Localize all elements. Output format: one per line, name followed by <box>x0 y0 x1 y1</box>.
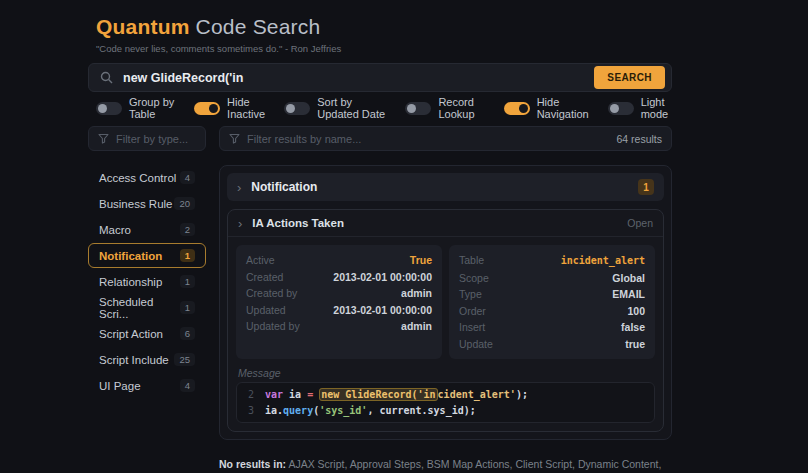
toggle[interactable]: Light mode <box>608 96 672 120</box>
toggles-row: Group by Table Hide Inactive Sort by Upd… <box>96 100 672 116</box>
funnel-icon <box>229 133 240 144</box>
toggle[interactable]: Sort by Updated Date <box>284 96 386 120</box>
detail-value: EMAIL <box>612 286 645 303</box>
sidebar-item[interactable]: Script Include 25 <box>88 347 206 372</box>
detail-value: 2013-02-01 00:00:00 <box>333 269 432 286</box>
record-title: IA Actions Taken <box>252 217 344 229</box>
detail-value: admin <box>401 285 432 302</box>
search-bar: SEARCH <box>88 63 672 92</box>
toggle-switch[interactable] <box>504 102 530 115</box>
detail-row: Scope Global <box>459 270 645 287</box>
toggle-label: Group by Table <box>129 96 175 120</box>
detail-value: True <box>410 252 432 269</box>
detail-row: Insert false <box>459 319 645 336</box>
group-accordion-notification[interactable]: › Notification 1 <box>227 173 664 201</box>
sidebar-item-count: 4 <box>180 379 195 392</box>
toggle-label: Hide Inactive <box>227 96 265 120</box>
code-segment: = <box>307 389 319 400</box>
detail-label: Updated <box>246 302 286 319</box>
sidebar-item-label: Business Rule <box>99 198 173 210</box>
code-segment: ); <box>516 389 528 400</box>
detail-row: Updated by admin <box>246 318 432 335</box>
toggle-label: Light mode <box>641 96 672 120</box>
toggle-label: Hide Navigation <box>537 96 589 120</box>
toggle-switch[interactable] <box>608 102 634 115</box>
group-label: Notification <box>251 180 317 194</box>
detail-row: Table incident_alert <box>459 252 645 270</box>
open-record-link[interactable]: Open <box>627 217 653 229</box>
sidebar-item-count: 2 <box>180 223 195 236</box>
detail-label: Created <box>246 269 283 286</box>
detail-value: true <box>625 336 645 353</box>
code-line: 2 var ia = new GlideRecord('incident_ale… <box>237 387 654 403</box>
detail-row: Created by admin <box>246 285 432 302</box>
sidebar-item[interactable]: UI Page 4 <box>88 373 206 398</box>
type-sidebar: Access Control 4 Business Rule 20 Macro … <box>88 165 206 398</box>
search-match-highlight: new GlideRecord('in <box>319 388 437 401</box>
search-input[interactable] <box>123 71 594 85</box>
toggle-switch[interactable] <box>284 102 310 115</box>
chevron-right-icon: › <box>238 217 242 230</box>
detail-value: incident_alert <box>561 253 645 270</box>
toggle[interactable]: Group by Table <box>96 96 175 120</box>
toggle-switch[interactable] <box>194 102 220 115</box>
app-header: Quantum Code Search "Code never lies, co… <box>88 14 672 54</box>
sidebar-item[interactable]: Scheduled Scri... 1 <box>88 295 206 320</box>
detail-row: Type EMAIL <box>459 286 645 303</box>
toggle[interactable]: Record Lookup <box>405 96 484 120</box>
detail-row: Updated 2013-02-01 00:00:00 <box>246 302 432 319</box>
code-segment: ia. <box>265 405 283 416</box>
search-button[interactable]: SEARCH <box>594 66 665 89</box>
message-field-label: Message <box>238 367 653 379</box>
sidebar-item-count: 6 <box>180 327 195 340</box>
filter-name-input[interactable] <box>247 133 609 145</box>
detail-row: Active True <box>246 252 432 269</box>
toggle-switch[interactable] <box>405 102 431 115</box>
detail-table-left: Active True Created 2013-02-01 00:00:00 … <box>236 245 442 359</box>
sidebar-item[interactable]: Relationship 1 <box>88 269 206 294</box>
detail-label: Order <box>459 303 486 320</box>
sidebar-item[interactable]: Macro 2 <box>88 217 206 242</box>
line-number: 2 <box>237 387 265 403</box>
detail-row: Update true <box>459 336 645 353</box>
sidebar-item-label: Script Action <box>99 328 163 340</box>
toggle-knob <box>286 104 295 113</box>
detail-label: Insert <box>459 319 485 336</box>
code-segment: query <box>283 405 313 416</box>
filter-by-name: 64 results <box>219 126 672 151</box>
filter-row: 64 results <box>88 126 672 151</box>
detail-value: 100 <box>627 303 645 320</box>
sidebar-item[interactable]: Script Action 6 <box>88 321 206 346</box>
detail-value: 2013-02-01 00:00:00 <box>333 302 432 319</box>
sidebar-item-label: Scheduled Scri... <box>99 296 180 320</box>
detail-table-right: Table incident_alert Scope Global Type E… <box>449 245 655 359</box>
code-text: ia.query('sys_id', current.sys_id); <box>265 403 476 419</box>
title-rest: Code Search <box>190 15 321 38</box>
sidebar-item-count: 1 <box>180 275 195 288</box>
search-icon <box>100 71 113 84</box>
toggle-switch[interactable] <box>96 102 122 115</box>
record-details: Active True Created 2013-02-01 00:00:00 … <box>228 237 663 431</box>
sidebar-item-count: 1 <box>180 249 195 262</box>
code-snippet: 2 var ia = new GlideRecord('incident_ale… <box>236 382 655 423</box>
code-segment: 'sys_id' <box>319 405 367 416</box>
no-results-note: No results in: AJAX Script, Approval Ste… <box>219 457 672 473</box>
record-accordion[interactable]: › IA Actions Taken Open <box>228 210 663 237</box>
detail-label: Created by <box>246 285 297 302</box>
toggle[interactable]: Hide Inactive <box>194 96 265 120</box>
code-segment: cident_alert' <box>438 389 516 400</box>
detail-value: false <box>621 319 645 336</box>
toggle[interactable]: Hide Navigation <box>504 96 589 120</box>
sidebar-item[interactable]: Business Rule 20 <box>88 191 206 216</box>
funnel-icon <box>98 133 109 144</box>
no-results-list: AJAX Script, Approval Steps, BSM Map Act… <box>219 458 661 473</box>
results-count: 64 results <box>616 133 662 145</box>
sidebar-item[interactable]: Access Control 4 <box>88 165 206 190</box>
detail-label: Type <box>459 286 482 303</box>
toggle-knob <box>407 104 416 113</box>
filter-by-type <box>88 126 206 151</box>
sidebar-item[interactable]: Notification 1 <box>88 243 206 268</box>
sidebar-item-label: Script Include <box>99 354 169 366</box>
toggle-knob <box>610 104 619 113</box>
filter-type-input[interactable] <box>116 133 196 145</box>
